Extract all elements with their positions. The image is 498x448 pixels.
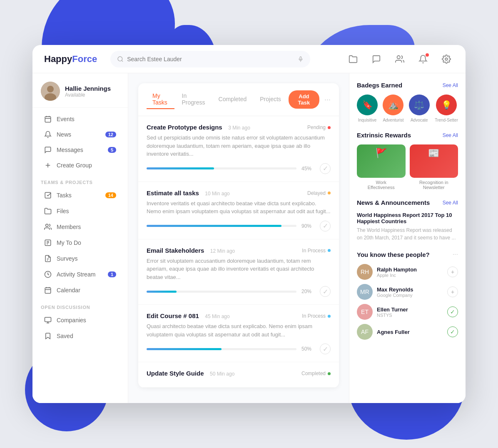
progress-row: 50% ✓ bbox=[147, 343, 331, 354]
task-item: Email Stakeholders 12 Min ago In Process… bbox=[138, 239, 339, 305]
check-circle[interactable]: ✓ bbox=[320, 163, 331, 174]
message-icon bbox=[44, 146, 52, 154]
task-title-row: Estimate all tasks 10 Min ago bbox=[147, 189, 230, 197]
sidebar-label-news: News bbox=[57, 131, 71, 138]
svg-point-16 bbox=[46, 224, 48, 226]
sidebar-item-todo[interactable]: My To Do bbox=[36, 235, 124, 250]
news-badge: 12 bbox=[105, 132, 116, 137]
badges-see-all[interactable]: See All bbox=[443, 82, 458, 88]
task-time: 3 Min ago bbox=[228, 125, 250, 131]
bell-icon-btn[interactable] bbox=[416, 52, 431, 67]
badges-header: Badegs Earned See All bbox=[357, 82, 458, 89]
progress-pct: 20% bbox=[301, 289, 315, 294]
sidebar-item-tasks[interactable]: Tasks 14 bbox=[36, 188, 124, 203]
svg-rect-24 bbox=[45, 288, 51, 294]
task-header-row: Email Stakeholders 12 Min ago In Process bbox=[147, 247, 331, 254]
tab-in-progress[interactable]: In Progress bbox=[176, 90, 211, 109]
members-icon bbox=[44, 223, 52, 231]
progress-bar-fill bbox=[147, 167, 214, 169]
app-logo: HappyForce bbox=[44, 54, 97, 65]
status-dot-delayed bbox=[328, 192, 331, 194]
search-bar[interactable] bbox=[110, 51, 310, 67]
badges-section: Badegs Earned See All 🔖 Inquisitive ⛰️ A… bbox=[357, 82, 458, 122]
tab-my-tasks[interactable]: My Tasks bbox=[147, 90, 174, 109]
sidebar-item-files[interactable]: Files bbox=[36, 204, 124, 219]
people-more-icon[interactable]: ··· bbox=[453, 251, 458, 258]
person-add-max[interactable]: + bbox=[447, 286, 458, 297]
sidebar-label-members: Members bbox=[57, 224, 81, 230]
section-label-discussions: Open Discusision bbox=[32, 298, 128, 312]
chat-icon-btn[interactable] bbox=[369, 52, 384, 67]
person-name-max: Max Reynolds bbox=[377, 286, 413, 293]
svg-rect-2 bbox=[300, 57, 301, 60]
settings-icon-btn[interactable] bbox=[439, 52, 454, 67]
task-time: 45 Min ago bbox=[205, 314, 229, 319]
progress-pct: 90% bbox=[301, 223, 315, 229]
tab-projects[interactable]: Projects bbox=[254, 93, 287, 106]
avatar-ellen: ET bbox=[357, 304, 373, 320]
sidebar-item-events[interactable]: Events bbox=[36, 112, 124, 127]
todo-icon bbox=[44, 239, 52, 246]
sidebar-item-news[interactable]: News 12 bbox=[36, 127, 124, 142]
search-input[interactable] bbox=[127, 56, 298, 62]
person-info-ellen: Ellen Turner NSTYS bbox=[377, 306, 408, 318]
sidebar-item-activity[interactable]: Activity Stream 1 bbox=[36, 267, 124, 282]
person-connected-agnes: ✓ bbox=[447, 326, 458, 337]
rewards-header: Extrinsic Rewards See All bbox=[357, 132, 458, 139]
sidebar-item-messages[interactable]: Messages 5 bbox=[36, 142, 124, 157]
calendar-icon bbox=[44, 115, 52, 123]
sidebar-item-companies[interactable]: Companies bbox=[36, 313, 124, 328]
progress-pct: 50% bbox=[301, 346, 315, 352]
task-time: 12 Min ago bbox=[210, 248, 235, 254]
rewards-row: 🚩 WorkEffectiveness 📰 Recognition inNews… bbox=[357, 144, 458, 190]
sidebar-label-events: Events bbox=[57, 116, 75, 122]
people-icon-btn[interactable] bbox=[392, 52, 407, 67]
reward-newsletter: 📰 Recognition inNewsletter bbox=[410, 144, 458, 190]
task-status: Completed bbox=[301, 371, 331, 376]
badge-circle-blue: ⚖️ bbox=[409, 95, 430, 115]
check-circle[interactable]: ✓ bbox=[320, 221, 331, 231]
rewards-see-all[interactable]: See All bbox=[443, 132, 458, 138]
avatar-agnes: AF bbox=[357, 324, 373, 340]
task-header-row: Estimate all tasks 10 Min ago Delayed bbox=[147, 189, 331, 197]
svg-point-4 bbox=[397, 55, 400, 58]
newsletter-icon: 📰 bbox=[428, 148, 439, 159]
badges-title: Badegs Earned bbox=[357, 82, 402, 89]
svg-point-5 bbox=[445, 58, 448, 60]
task-header-row: Edit Course # 081 45 Min ago In Process bbox=[147, 312, 331, 320]
task-title-row: Email Stakeholders 12 Min ago bbox=[147, 247, 235, 254]
status-dot-inprocess bbox=[328, 249, 331, 252]
svg-point-7 bbox=[47, 86, 54, 92]
news-section: News & Announcements See All World Happi… bbox=[357, 199, 458, 241]
task-header-row: Create Prototype designs 3 Min ago Pendi… bbox=[147, 124, 331, 131]
task-header-row: Update Style Guide 50 Min ago Completed bbox=[147, 370, 331, 377]
people-section: You know these people? ··· RH Ralph Hamp… bbox=[357, 251, 458, 340]
task-status: Pending bbox=[307, 124, 331, 130]
tasks-more-icon[interactable]: ··· bbox=[324, 95, 331, 104]
task-title: Update Style Guide bbox=[147, 370, 204, 377]
folder-icon-btn[interactable] bbox=[346, 52, 361, 67]
sidebar-item-saved[interactable]: Saved bbox=[36, 329, 124, 343]
sidebar-item-surveys[interactable]: Surveys bbox=[36, 251, 124, 266]
file-icon bbox=[44, 207, 52, 215]
tab-completed[interactable]: Completed bbox=[213, 93, 253, 106]
check-circle[interactable]: ✓ bbox=[320, 286, 331, 297]
task-icon bbox=[44, 192, 52, 199]
person-add-ralph[interactable]: + bbox=[447, 266, 458, 277]
profile-name: Hallie Jennings bbox=[65, 85, 111, 92]
add-task-button[interactable]: Add Task bbox=[289, 90, 319, 109]
badge-label-adventurist: Adventurist bbox=[383, 118, 403, 122]
status-dot-completed bbox=[328, 372, 331, 375]
app-container: HappyForce bbox=[32, 45, 466, 403]
news-header: News & Announcements See All bbox=[357, 199, 458, 206]
sidebar-label-activity: Activity Stream bbox=[57, 271, 95, 278]
sidebar-item-members[interactable]: Members bbox=[36, 219, 124, 234]
news-see-all[interactable]: See All bbox=[443, 200, 458, 206]
profile-info: Hallie Jennings Available bbox=[65, 85, 111, 98]
task-item: Create Prototype designs 3 Min ago Pendi… bbox=[138, 116, 339, 182]
sidebar-item-create-group[interactable]: Create Group bbox=[36, 158, 124, 173]
badge-circle-red: 💡 bbox=[436, 95, 457, 115]
check-circle[interactable]: ✓ bbox=[320, 343, 331, 354]
sidebar-item-calendar[interactable]: Calendar bbox=[36, 283, 124, 298]
badge-item-advocate: ⚖️ Advocate bbox=[409, 95, 430, 122]
